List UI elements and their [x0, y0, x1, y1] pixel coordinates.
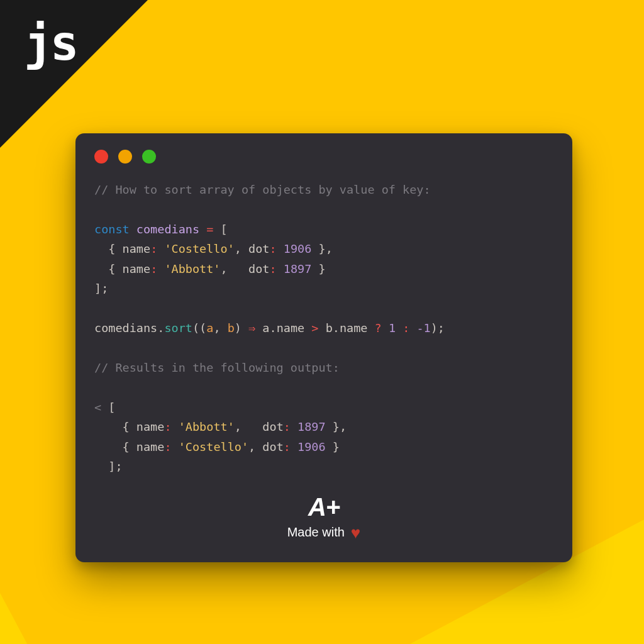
window-controls [94, 150, 553, 164]
gt: > [311, 321, 318, 335]
brace-close: } [333, 420, 340, 433]
num-1906: 1906 [284, 242, 312, 255]
colon: : [284, 420, 291, 433]
comma: , [235, 420, 242, 433]
js-logo-label: js [24, 15, 77, 71]
qmark: ? [375, 321, 382, 335]
var-comedians: comedians [136, 223, 199, 236]
code-comment: // Results in the following output: [94, 361, 340, 374]
comma: , [235, 242, 242, 255]
keyword-const: const [94, 223, 130, 236]
colon: : [284, 440, 291, 453]
output-chevron: < [94, 401, 101, 414]
brace-open: { [123, 440, 130, 453]
close-dot-icon[interactable] [94, 150, 108, 164]
minimize-dot-icon[interactable] [118, 150, 132, 164]
aplus-logo: A+ [94, 494, 553, 519]
dot: . [333, 321, 340, 335]
colon: : [164, 420, 171, 433]
brace-close: } [318, 262, 325, 275]
fn-sort: sort [164, 321, 192, 335]
bracket-open: [ [221, 223, 228, 236]
made-with-label: Made with ♥ [94, 525, 553, 541]
prop-name: name [123, 242, 151, 255]
code-comment: // How to sort array of objects by value… [94, 183, 431, 196]
param-a: a [206, 321, 213, 335]
str-abbott: 'Abbott' [164, 262, 220, 275]
prop-dot: dot [262, 440, 283, 453]
code-window: // How to sort array of objects by value… [75, 133, 572, 562]
dot: . [157, 321, 164, 335]
prop-name: name [136, 420, 165, 433]
prop-dot: dot [248, 242, 269, 255]
param-a: a [262, 321, 269, 335]
comma: , [221, 262, 228, 275]
param-b: b [326, 321, 333, 335]
num-1: 1 [389, 321, 396, 335]
brace-open: { [123, 420, 130, 433]
num-neg1: -1 [416, 321, 430, 335]
paren-close: ) [235, 321, 242, 335]
comma: , [326, 242, 333, 255]
prop-name: name [340, 321, 368, 335]
tern-colon: : [402, 321, 409, 335]
str-costello: 'Costello' [179, 440, 248, 453]
colon: : [150, 242, 157, 255]
prop-dot: dot [262, 420, 283, 433]
brace-close: } [333, 440, 340, 453]
operator-eq: = [206, 223, 213, 236]
num-1906: 1906 [297, 440, 326, 453]
num-1897: 1897 [284, 262, 312, 275]
comma: , [248, 440, 255, 453]
brace-close: } [318, 242, 325, 255]
prop-name: name [277, 321, 305, 335]
param-b: b [228, 321, 235, 335]
heart-icon: ♥ [351, 525, 360, 541]
prop-name: name [136, 440, 165, 453]
arrow: ⇒ [248, 321, 255, 335]
var-comedians: comedians [94, 321, 157, 335]
bracket-open: [ [108, 401, 115, 414]
code-block: // How to sort array of objects by value… [94, 180, 553, 477]
bracket-close: ]; [108, 460, 122, 473]
dot: . [270, 321, 277, 335]
comma: , [340, 420, 347, 433]
prop-name: name [123, 262, 151, 275]
paren-open: ( [199, 321, 206, 335]
colon: : [270, 242, 277, 255]
made-with-text: Made with [287, 525, 345, 540]
str-abbott: 'Abbott' [179, 420, 235, 433]
brace-open: { [108, 242, 115, 255]
str-costello: 'Costello' [164, 242, 234, 255]
colon: : [164, 440, 171, 453]
brace-open: { [108, 262, 115, 275]
prop-dot: dot [248, 262, 269, 275]
paren-close-semi: ); [431, 321, 445, 335]
paren-open: ( [192, 321, 199, 335]
colon: : [150, 262, 157, 275]
num-1897: 1897 [297, 420, 326, 433]
card-footer: A+ Made with ♥ [94, 494, 553, 541]
bracket-close: ]; [94, 282, 108, 295]
maximize-dot-icon[interactable] [142, 150, 156, 164]
comma: , [213, 321, 220, 335]
colon: : [270, 262, 277, 275]
